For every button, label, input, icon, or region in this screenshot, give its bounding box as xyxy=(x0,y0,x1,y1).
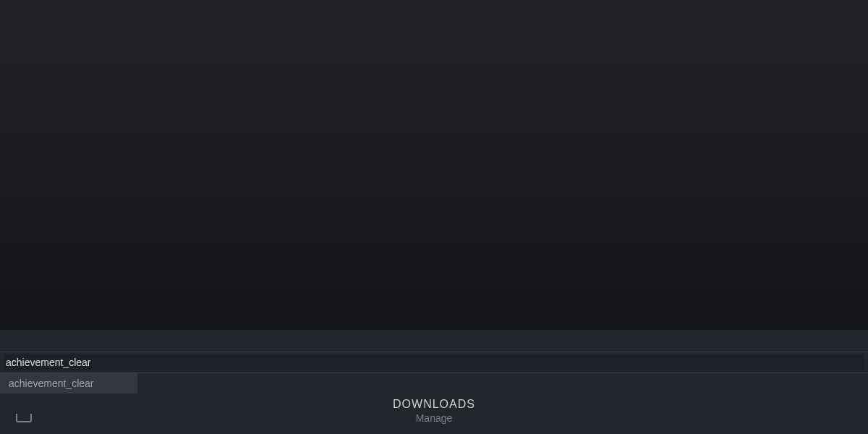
console-bar xyxy=(0,352,868,373)
console-input-box xyxy=(4,354,864,370)
autocomplete-popup: achievement_clear xyxy=(0,373,137,393)
autocomplete-item[interactable]: achievement_clear xyxy=(9,378,129,389)
downloads-button[interactable]: DOWNLOADS Manage xyxy=(393,398,475,424)
bottom-panel: achievement_clear DOWNLOADS Manage xyxy=(0,330,868,434)
console-input[interactable] xyxy=(6,357,862,368)
friends-icon[interactable] xyxy=(16,414,32,422)
downloads-title: DOWNLOADS xyxy=(393,398,475,411)
downloads-manage-label: Manage xyxy=(393,412,475,424)
